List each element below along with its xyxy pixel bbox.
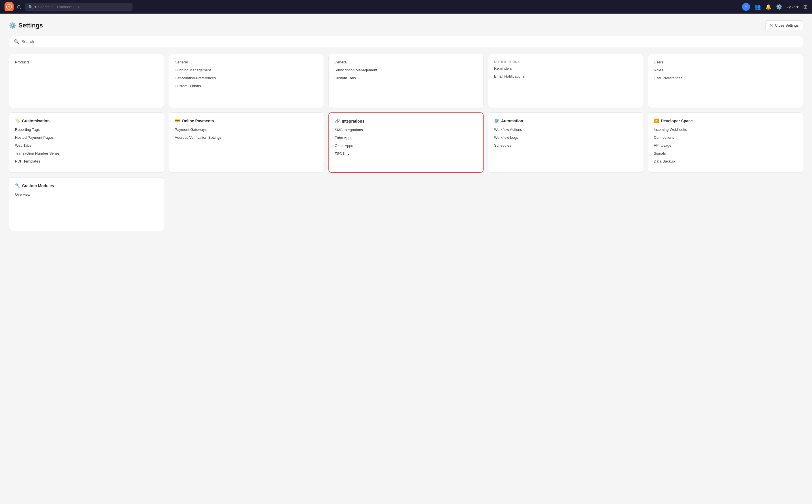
settings-search-icon: 🔍 [14,39,19,44]
dunning-management-item[interactable]: Dunning Management [175,68,318,73]
top-navigation: ◷ 🔍 ▾ + 👥 🔔 ⚙️ Zylker▾ ⊞ [0,0,812,14]
automation-title: ⚙️ Automation [494,118,637,123]
developer-space-title: ▶️ Developer Space [654,118,797,123]
signals-item[interactable]: Signals [654,151,797,156]
customisation-card: 🏷️ Customisation Reporting Tags Hosted P… [9,112,164,173]
hosted-payment-pages-item[interactable]: Hosted Payment Pages [15,135,158,140]
zsc-key-item[interactable]: ZSC Key [335,151,477,156]
settings-cards-row-1: Products General Dunning Management Canc… [9,54,803,108]
clock-icon[interactable]: ◷ [17,4,22,10]
general-item[interactable]: General [334,60,478,65]
pdf-templates-item[interactable]: PDF Templates [15,159,158,164]
subscription-management-item[interactable]: Subscription Management [334,68,478,73]
developer-space-card: ▶️ Developer Space Incoming Webhooks Con… [648,112,803,173]
custom-buttons-item[interactable]: Custom Buttons [175,84,318,89]
org-selector[interactable]: Zylker▾ [787,5,799,9]
integrations-icon: 🔗 [335,119,340,124]
settings-title-text: Settings [18,22,43,29]
custom-modules-title: 🔧 Custom Modules [15,183,158,188]
workflow-actions-item[interactable]: Workflow Actions [494,127,637,132]
roles-item[interactable]: Roles [654,68,797,73]
general-subscription-card: General Subscription Management Custom T… [328,54,484,108]
overview-item[interactable]: Overview [15,192,158,197]
apps-grid-icon[interactable]: ⊞ [803,4,807,10]
custom-modules-card: 🔧 Custom Modules Overview [9,177,164,231]
settings-cards-row-2: 🏷️ Customisation Reporting Tags Hosted P… [9,112,803,173]
online-payments-card: 💳 Online Payments Payment Gateways Addre… [169,112,324,173]
notifications-card: Notifications Reminders Email Notificati… [488,54,643,108]
address-verification-item[interactable]: Address Verification Settings [175,135,318,140]
web-tabs-item[interactable]: Web Tabs [15,143,158,148]
close-settings-button[interactable]: ✕ Close Settings [765,20,803,30]
topnav-right-controls: + 👥 🔔 ⚙️ Zylker▾ ⊞ [742,3,807,11]
email-notifications-item[interactable]: Email Notifications [494,74,637,79]
notifications-icon[interactable]: 🔔 [765,4,772,10]
settings-header: ⚙️ Settings ✕ Close Settings [9,20,803,30]
automation-card: ⚙️ Automation Workflow Actions Workflow … [488,112,643,173]
integrations-title: 🔗 Integrations [335,119,477,124]
developer-space-icon: ▶️ [654,118,659,123]
products-item[interactable]: Products [15,60,158,64]
integrations-card: 🔗 Integrations SMS Integrations Zoho App… [328,112,484,173]
custom-tabs-item[interactable]: Custom Tabs [334,76,478,81]
other-apps-item[interactable]: Other Apps [335,144,477,148]
user-preferences-item[interactable]: User Preferences [654,76,797,81]
incoming-webhooks-item[interactable]: Incoming Webhooks [654,127,797,132]
workflow-logs-item[interactable]: Workflow Logs [494,135,637,140]
settings-gear-icon: ⚙️ [9,22,16,29]
api-usage-item[interactable]: API Usage [654,143,797,148]
global-search-bar[interactable]: 🔍 ▾ [25,3,133,11]
subscription-management-card: General Dunning Management Cancellation … [169,54,324,108]
contacts-icon[interactable]: 👥 [755,4,761,10]
online-payments-icon: 💳 [175,118,180,123]
search-filter-tag[interactable]: ▾ [35,5,36,9]
general-sm-item[interactable]: General [175,60,318,65]
app-logo[interactable] [5,2,14,11]
svg-point-0 [7,4,12,9]
settings-search-bar[interactable]: 🔍 [9,36,803,47]
sms-integrations-item[interactable]: SMS Integrations [335,128,477,133]
settings-page: ⚙️ Settings ✕ Close Settings 🔍 Products … [0,14,812,504]
customisation-title: 🏷️ Customisation [15,118,158,123]
add-button[interactable]: + [742,3,750,11]
users-item[interactable]: Users [654,60,797,65]
data-backup-item[interactable]: Data Backup [654,159,797,164]
products-card: Products [9,54,164,108]
close-icon: ✕ [770,23,773,28]
settings-cards-row-3: 🔧 Custom Modules Overview [9,177,803,231]
notifications-section-label: Notifications [494,60,637,63]
payment-gateways-item[interactable]: Payment Gateways [175,127,318,132]
settings-search-input[interactable] [22,39,798,44]
schedules-item[interactable]: Schedules [494,143,637,148]
cancellation-preferences-item[interactable]: Cancellation Preferences [175,76,318,81]
close-settings-label: Close Settings [775,23,799,27]
automation-icon: ⚙️ [494,118,499,123]
settings-icon[interactable]: ⚙️ [776,4,782,10]
transaction-number-series-item[interactable]: Transaction Number Series [15,151,158,156]
zoho-apps-item[interactable]: Zoho Apps [335,136,477,140]
customisation-icon: 🏷️ [15,118,20,123]
online-payments-title: 💳 Online Payments [175,118,318,123]
custom-modules-icon: 🔧 [15,183,20,188]
reporting-tags-item[interactable]: Reporting Tags [15,127,158,132]
settings-title: ⚙️ Settings [9,22,43,29]
users-roles-card: Users Roles User Preferences [648,54,803,108]
reminders-item[interactable]: Reminders [494,66,637,71]
connections-item[interactable]: Connections [654,135,797,140]
search-icon: 🔍 [28,5,33,9]
global-search-input[interactable] [38,5,129,9]
